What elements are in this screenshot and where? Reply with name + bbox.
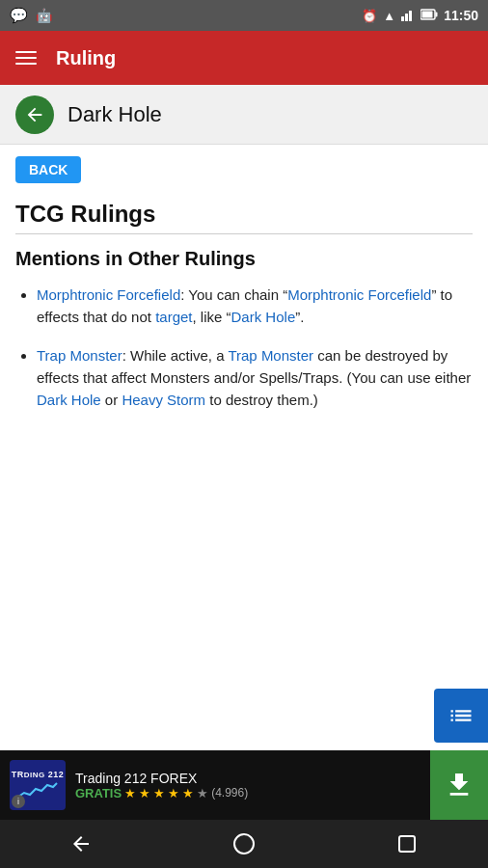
ad-info: Trading 212 FOREX GRATIS ★ ★ ★ ★ ★ ★ (4.… — [75, 771, 420, 800]
nav-bar — [0, 820, 488, 868]
svg-rect-2 — [409, 11, 412, 21]
nav-recent-icon — [395, 832, 419, 855]
svg-rect-4 — [436, 12, 438, 16]
back-button-row: BACK — [0, 145, 488, 191]
star-3: ★ — [153, 786, 165, 800]
nav-back-button[interactable] — [69, 832, 93, 855]
star-5: ★ — [197, 786, 208, 800]
section-title: TCG Rulings — [15, 191, 473, 234]
morphtronic-forcefield-link-1[interactable]: Morphtronic Forcefield — [37, 286, 180, 303]
subsection-title: Mentions in Other Rulings — [15, 248, 473, 270]
list-icon — [447, 702, 474, 729]
heavy-storm-link[interactable]: Heavy Storm — [122, 392, 205, 408]
ad-download-button[interactable] — [430, 750, 488, 820]
time-display: 11:50 — [444, 8, 478, 23]
trap-monster-link-2[interactable]: Trap Monster — [228, 347, 313, 364]
ad-stars: GRATIS ★ ★ ★ ★ ★ ★ (4.996) — [75, 786, 420, 800]
hamburger-menu[interactable] — [15, 51, 37, 65]
svg-rect-7 — [399, 836, 415, 852]
dark-hole-link-1[interactable]: Dark Hole — [231, 309, 296, 325]
status-bar-right: ⏰ ▲ 11:50 — [362, 8, 478, 24]
app-title: Ruling — [56, 47, 116, 69]
wifi-icon: ▲ — [383, 9, 395, 23]
whatsapp-icon: 💬 — [10, 7, 28, 24]
svg-rect-1 — [405, 14, 408, 21]
signal-icon — [401, 8, 415, 24]
android-icon: 🤖 — [36, 8, 52, 23]
ruling-1: Morphtronic Forcefield: You can chain “M… — [37, 286, 452, 325]
card-name: Dark Hole — [68, 102, 162, 127]
back-button[interactable]: BACK — [15, 156, 81, 183]
ad-banner[interactable]: TRDING 212 i Trading 212 FOREX GRATIS ★ … — [0, 750, 488, 820]
nav-back-icon — [69, 832, 93, 855]
star-2: ★ — [139, 786, 150, 800]
svg-point-6 — [234, 834, 254, 854]
alarm-icon: ⏰ — [362, 9, 377, 23]
list-item: Trap Monster: While active, a Trap Monst… — [37, 344, 473, 412]
app-bar: Ruling — [0, 31, 488, 85]
back-circle-button[interactable] — [15, 95, 54, 134]
star-half: ★ — [182, 786, 194, 800]
status-bar-left: 💬 🤖 — [10, 7, 52, 24]
ruling-list: Morphtronic Forcefield: You can chain “M… — [15, 284, 473, 411]
ad-title: Trading 212 FOREX — [75, 771, 420, 786]
fab-button[interactable] — [434, 689, 488, 743]
nav-recent-button[interactable] — [395, 832, 419, 855]
ad-info-icon: i — [12, 795, 25, 808]
nav-home-button[interactable] — [232, 832, 256, 855]
back-arrow-icon — [24, 104, 45, 125]
morphtronic-forcefield-link-2[interactable]: Morphtronic Forcefield — [287, 286, 431, 303]
ad-subtitle: GRATIS — [75, 786, 122, 800]
nav-home-icon — [232, 832, 256, 855]
main-content: TCG Rulings Mentions in Other Rulings Mo… — [0, 191, 488, 793]
star-1: ★ — [124, 786, 136, 800]
battery-icon — [420, 9, 438, 23]
ad-rating: (4.996) — [211, 786, 248, 800]
dark-hole-link-2[interactable]: Dark Hole — [37, 392, 101, 408]
svg-rect-0 — [401, 16, 404, 21]
status-bar: 💬 🤖 ⏰ ▲ 11:50 — [0, 0, 488, 31]
list-item: Morphtronic Forcefield: You can chain “M… — [37, 284, 473, 329]
ad-logo-text: TRDING 212 — [12, 770, 65, 779]
svg-rect-5 — [422, 11, 433, 17]
download-icon — [444, 770, 474, 800]
star-4: ★ — [168, 786, 179, 800]
ad-logo: TRDING 212 i — [10, 760, 66, 810]
card-name-row: Dark Hole — [0, 85, 488, 145]
target-link[interactable]: target — [155, 309, 192, 325]
trap-monster-link-1[interactable]: Trap Monster — [37, 347, 122, 364]
ruling-2: Trap Monster: While active, a Trap Monst… — [37, 347, 471, 409]
